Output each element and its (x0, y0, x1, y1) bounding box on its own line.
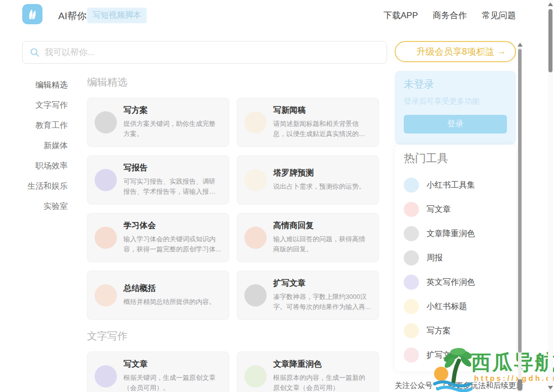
hot-tool-english-polish[interactable]: 英文写作润色 (404, 270, 507, 294)
writing-card-grid: 写文章 根据关键词，生成一篇原创文章（会员可用）。 文章降重润色 根据原本的内容… (87, 352, 387, 392)
sidebar-item-workplace[interactable]: 职场效率 (22, 156, 68, 176)
tool-card-press-release[interactable]: 写新闻稿 请简述新闻标题和相关背景信息，以便生成贴近真实情况的新闻稿... (237, 98, 379, 147)
hot-tool-xiaohongshu-title[interactable]: 小红书标题 (404, 294, 507, 319)
tool-card-text: 写新闻稿 请简述新闻标题和相关背景信息，以便生成贴近真实情况的新闻稿... (273, 105, 371, 139)
hot-tool-write-article[interactable]: 写文章 (404, 197, 507, 222)
tool-card-text: 写方案 提供方案关键词，助你生成完整方案。 (123, 105, 222, 139)
brand-title: AI帮你 (58, 10, 87, 23)
hot-tool-label: 写方案 (427, 326, 451, 336)
crown-icon: ♚ (479, 44, 491, 60)
tool-card-title: 高情商回复 (273, 221, 371, 231)
sidebar-item-writing[interactable]: 文字写作 (22, 95, 68, 115)
hot-tool-label: 扩写文章 (427, 350, 459, 361)
section-title-writing: 文字写作 (87, 329, 387, 343)
hot-tool-icon (404, 299, 419, 314)
main-content: 编辑精选 写方案 提供方案关键词，助你生成完整方案。 写新闻稿 请简述新闻标题和… (87, 75, 387, 392)
tool-card-expand-article[interactable]: 扩写文章 凑字数神器，字数上限约3000汉字。可将每次的结果作为输入再... (237, 271, 379, 320)
nav-business[interactable]: 商务合作 (433, 10, 467, 21)
top-nav: 下载APP 商务合作 常见问题 (383, 10, 516, 21)
tool-card-tarot[interactable]: 塔罗牌预测 说出占卜需求，预测你的运势。 (237, 155, 379, 204)
login-status-title: 未登录 (404, 77, 507, 91)
tool-icon (244, 365, 267, 387)
app-logo-icon[interactable] (22, 4, 42, 24)
hot-tool-label: 小红书标题 (427, 301, 467, 312)
page-scrollbar-down-icon[interactable] (548, 386, 553, 389)
tool-card-title: 写新闻稿 (273, 105, 371, 116)
category-sidebar: 编辑精选 文字写作 教育工作 新媒体 职场效率 生活和娱乐 实验室 (22, 75, 68, 216)
panel-scrollbar-thumb[interactable] (518, 49, 522, 353)
tool-card-rewrite-polish[interactable]: 文章降重润色 根据原本的内容，生成一篇新的原创文章（会员可用） (237, 352, 379, 392)
tool-card-report[interactable]: 写报告 可写实习报告、实践报告、调研报告、学术报告等，请输入报告名... (87, 155, 229, 204)
search-placeholder: 我可以帮你... (45, 47, 95, 58)
tool-icon (95, 227, 117, 249)
hot-tools-title: 热门工具 (404, 151, 507, 166)
hot-tool-rewrite-polish[interactable]: 文章降重润色 (404, 222, 507, 246)
tool-card-title: 扩写文章 (273, 278, 371, 289)
sidebar-item-newmedia[interactable]: 新媒体 (22, 136, 68, 156)
tool-card-summarize[interactable]: 总结概括 概括并精简总结所提供的内容。 (87, 271, 229, 320)
search-icon (30, 48, 39, 57)
tool-card-title: 文章降重润色 (273, 359, 371, 370)
tool-card-title: 写报告 (123, 163, 222, 173)
hot-tool-icon (404, 275, 419, 290)
tool-card-desc: 输入难以回答的问题，获得高情商版的回复。 (273, 234, 371, 254)
hot-tool-expand-article[interactable]: 扩写文章 (404, 343, 507, 367)
tool-card-write-plan[interactable]: 写方案 提供方案关键词，助你生成完整方案。 (87, 98, 229, 147)
page-scrollbar-thumb[interactable] (548, 9, 552, 72)
hot-tool-label: 写文章 (427, 204, 451, 215)
tool-card-title: 写方案 (123, 105, 222, 116)
upgrade-member-button[interactable]: ♚ 升级会员享8项权益 → (395, 41, 516, 62)
wechat-follow-note: 关注公众号，了解更多玩法和后续更新 (395, 381, 524, 390)
tool-card-text: 写文章 根据关键词，生成一篇原创文章（会员可用）。 (123, 359, 222, 392)
tool-card-title: 塔罗牌预测 (273, 168, 365, 179)
hot-tool-xiaohongshu-kit[interactable]: 小红书工具集 (404, 173, 507, 197)
tool-card-desc: 说出占卜需求，预测你的运势。 (273, 182, 365, 192)
tool-card-text: 写报告 可写实习报告、实践报告、调研报告、学术报告等，请输入报告名... (123, 163, 222, 197)
hot-tool-write-plan[interactable]: 写方案 (404, 319, 507, 343)
sidebar-item-education[interactable]: 教育工作 (22, 115, 68, 136)
hot-badge[interactable]: 写短视频脚本 (87, 8, 147, 23)
tool-card-text: 扩写文章 凑字数神器，字数上限约3000汉字。可将每次的结果作为输入再... (273, 278, 371, 312)
arrow-right-icon: → (497, 47, 506, 57)
nav-download-app[interactable]: 下载APP (383, 10, 418, 21)
tool-icon (244, 169, 267, 191)
hot-tool-label: 文章降重润色 (427, 229, 475, 239)
tool-card-text: 学习体会 输入学习体会的关键词或知识内容，获得一篇完整的原创学习体... (123, 221, 222, 254)
panel-scrollbar-down-button[interactable] (518, 379, 522, 390)
hot-tool-icon (404, 250, 419, 266)
hot-tools-panel: 热门工具 小红书工具集 写文章 文章降重润色 周报 英文写作润色 小红书标题 写… (395, 145, 516, 371)
tool-card-text: 高情商回复 输入难以回答的问题，获得高情商版的回复。 (273, 221, 371, 254)
hot-tool-icon (404, 202, 419, 217)
tool-card-desc: 根据原本的内容，生成一篇新的原创文章（会员可用） (273, 373, 371, 392)
tool-card-write-article[interactable]: 写文章 根据关键词，生成一篇原创文章（会员可用）。 (87, 352, 229, 392)
tool-icon (244, 227, 267, 249)
hot-tool-weekly-report[interactable]: 周报 (404, 246, 507, 270)
sidebar-item-life[interactable]: 生活和娱乐 (22, 176, 68, 196)
tool-icon (244, 284, 267, 307)
page-scrollbar-up-icon[interactable] (548, 3, 553, 6)
tool-card-title: 总结概括 (123, 283, 216, 294)
tool-card-desc: 概括并精简总结所提供的内容。 (123, 297, 216, 307)
tool-icon (95, 111, 117, 134)
hot-tool-icon (404, 226, 419, 241)
panel-scrollbar-up-icon[interactable] (518, 43, 523, 47)
sidebar-item-featured[interactable]: 编辑精选 (22, 75, 68, 95)
tool-card-text: 文章降重润色 根据原本的内容，生成一篇新的原创文章（会员可用） (273, 359, 371, 392)
search-input[interactable]: 我可以帮你... (22, 41, 387, 64)
login-button[interactable]: 登录 (404, 115, 507, 134)
tool-card-desc: 输入学习体会的关键词或知识内容，获得一篇完整的原创学习体... (123, 234, 222, 254)
sidebar-item-lab[interactable]: 实验室 (22, 196, 68, 216)
tool-card-desc: 凑字数神器，字数上限约3000汉字。可将每次的结果作为输入再... (273, 292, 371, 312)
tool-card-desc: 提供方案关键词，助你生成完整方案。 (123, 119, 222, 139)
tool-card-title: 学习体会 (123, 221, 222, 231)
nav-faq[interactable]: 常见问题 (482, 10, 516, 21)
tool-card-desc: 根据关键词，生成一篇原创文章（会员可用）。 (123, 373, 222, 392)
tool-card-learning-notes[interactable]: 学习体会 输入学习体会的关键词或知识内容，获得一篇完整的原创学习体... (87, 213, 229, 262)
hot-tool-icon (404, 178, 419, 193)
tool-icon (244, 111, 267, 134)
tool-card-eq-reply[interactable]: 高情商回复 输入难以回答的问题，获得高情商版的回复。 (237, 213, 379, 262)
section-title-featured: 编辑精选 (87, 75, 387, 89)
tool-card-text: 总结概括 概括并精简总结所提供的内容。 (123, 283, 216, 307)
login-card: 未登录 登录后可享受更多功能 登录 (395, 71, 516, 145)
tool-card-desc: 请简述新闻标题和相关背景信息，以便生成贴近真实情况的新闻稿... (273, 119, 371, 139)
